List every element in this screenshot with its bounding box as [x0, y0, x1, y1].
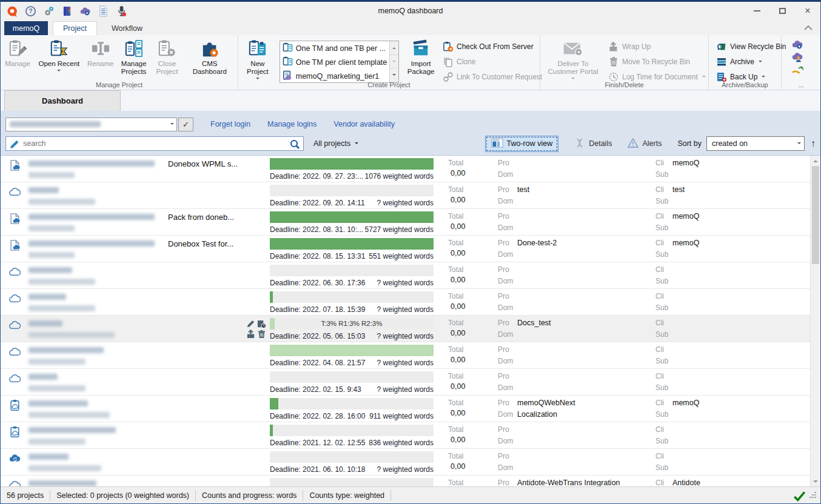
project-row[interactable]: T:3% R1:3% R2:3% Deadline: 2022. 05. 06.…	[1, 316, 810, 342]
server-administrator-icon[interactable]	[79, 5, 91, 17]
total-value: 0,00	[451, 329, 492, 337]
server-selector[interactable]	[5, 118, 177, 131]
row-hover-actions	[242, 156, 270, 182]
server-settings-icon[interactable]	[791, 39, 803, 50]
row-hover-actions	[242, 182, 270, 208]
project-description: Donebox WPML s...	[168, 156, 242, 182]
tab-memoq[interactable]: memoQ	[4, 21, 48, 35]
two-row-view-toggle[interactable]: Two-row view	[485, 136, 559, 152]
resources-icon[interactable]	[61, 5, 73, 17]
project-row[interactable]: Deadline: 2022. 04. 08. 21:57? weighted …	[1, 342, 810, 369]
deadline-text: Deadline: 2022. 02. 28. 16:00	[270, 412, 365, 420]
project-label: Pro	[498, 452, 517, 460]
wrapup-icon[interactable]	[246, 330, 255, 339]
search-input[interactable]	[23, 139, 286, 148]
new-project-button[interactable]: New Project	[240, 37, 276, 83]
total-label: Total	[448, 185, 492, 194]
manage-users-icon[interactable]	[791, 52, 803, 62]
scroll-up-icon[interactable]	[390, 41, 398, 55]
tab-dashboard[interactable]: Dashboard	[4, 90, 121, 111]
tab-project[interactable]: Project	[53, 21, 97, 35]
cms-dashboard-button[interactable]: CMS Dashboard	[183, 37, 237, 78]
close-project-icon	[156, 39, 178, 58]
client-value: test	[672, 185, 685, 194]
search-icon[interactable]	[289, 139, 300, 150]
template-item[interactable]: One TM and one TB per ...	[280, 41, 390, 55]
progress-bar	[270, 371, 434, 383]
total-label: Total	[448, 292, 492, 300]
delete-icon[interactable]	[257, 330, 266, 339]
help-icon[interactable]: ?	[25, 5, 36, 17]
document-icon[interactable]	[98, 5, 109, 17]
template-item[interactable]: One TM per client template	[280, 55, 390, 69]
scroll-up-icon[interactable]	[811, 156, 820, 165]
project-row[interactable]: Deadline: 2021. 06. 10. 10:18? weighted …	[1, 449, 810, 476]
details-button[interactable]: Details	[574, 138, 612, 150]
open-recent-button[interactable]: Open Recent	[33, 37, 85, 75]
project-list: Donebox WPML s... Deadline: 2022. 09. 27…	[1, 155, 820, 486]
group-label: Manage Project	[1, 81, 238, 90]
deadline-text: Deadline: 2022. 02. 15. 9:43	[270, 385, 361, 394]
collapse-ribbon-icon[interactable]	[803, 24, 813, 33]
project-row[interactable]: Deadline: 2021. 12. 02. 12:55836 weighte…	[1, 422, 810, 449]
minimize-button[interactable]	[744, 2, 769, 20]
tab-workflow[interactable]: Workflow	[102, 21, 152, 35]
forget-login-link[interactable]: Forget login	[210, 120, 250, 128]
import-package-button[interactable]: Import Package	[403, 37, 439, 78]
project-row[interactable]: Total0,00 ProAntidote-WebTrans Integrati…	[1, 476, 810, 486]
subject-label: Sub	[655, 250, 672, 259]
check-out-from-server-button[interactable]: Check Out From Server	[439, 40, 538, 53]
project-row[interactable]: Deadline: 2022. 09. 20. 14:11? weighted …	[1, 182, 810, 209]
project-filter-dropdown[interactable]: All projects	[313, 139, 358, 148]
view-recycle-bin-button[interactable]: View Recycle Bin	[712, 40, 782, 53]
project-template-list[interactable]: One TM and one TB per ... One TM per cli…	[280, 41, 400, 83]
sort-direction-button[interactable]: ↑	[811, 139, 816, 148]
client-label: Cli	[655, 425, 672, 434]
project-row[interactable]: Donebox WPML s... Deadline: 2022. 09. 27…	[1, 156, 810, 182]
total-label: Total	[448, 372, 492, 380]
scrollbar-thumb[interactable]	[812, 166, 819, 264]
project-value: memoQWebNext	[517, 399, 575, 407]
close-button[interactable]: ×	[795, 2, 820, 20]
doc-cloud-icon	[8, 239, 21, 251]
connect-server-button[interactable]: ✓	[178, 118, 193, 131]
manage-projects-button[interactable]: Manage Projects	[116, 37, 152, 78]
vendor-availability-link[interactable]: Vendor availability	[333, 120, 395, 128]
manage-logins-link[interactable]: Manage logins	[267, 120, 317, 128]
edit-icon[interactable]	[246, 319, 255, 328]
subject-label: Sub	[655, 357, 672, 365]
memoq-logo-icon[interactable]	[7, 5, 18, 17]
deadline-text: Deadline: 2022. 05. 06. 15:03	[270, 332, 365, 340]
scroll-more-icon[interactable]	[390, 68, 398, 82]
template-list-scrollbar[interactable]	[389, 41, 398, 82]
search-box[interactable]	[5, 136, 304, 151]
project-row[interactable]: Donebox Test for... Deadline: 2022. 08. …	[1, 236, 810, 262]
project-row[interactable]: Deadline: 2022. 06. 30. 17:36? weighted …	[1, 262, 810, 289]
scroll-down-icon[interactable]	[811, 477, 820, 486]
project-row[interactable]: Deadline: 2022. 02. 15. 9:43? weighted w…	[1, 369, 810, 396]
group-label: Finish/Delete	[540, 81, 708, 90]
project-row[interactable]: Pack from doneb... Deadline: 2022. 08. 3…	[1, 209, 810, 236]
project-row[interactable]: Deadline: 2022. 07. 18. 15:39? weighted …	[1, 289, 810, 316]
vertical-scrollbar[interactable]	[810, 156, 820, 486]
group-manage-project: Manage Open Recent Rename Manage Project…	[1, 35, 238, 90]
sort-select[interactable]: created on	[706, 136, 805, 151]
group-archive-backup: View Recycle Bin Archive Back Up Archive…	[709, 35, 782, 90]
deliver-icon	[560, 39, 586, 58]
resize-grip[interactable]	[809, 492, 818, 500]
client-label: Cli	[655, 372, 672, 380]
alerts-button[interactable]: Alerts	[628, 138, 662, 150]
project-name-redacted	[28, 369, 168, 395]
scroll-down-icon[interactable]	[390, 55, 398, 69]
archive-button[interactable]: Archive	[712, 55, 782, 68]
dictation-icon[interactable]	[116, 5, 127, 17]
group-label: ...	[782, 81, 820, 90]
subject-label: Sub	[655, 277, 672, 285]
project-name-redacted	[28, 209, 168, 235]
share-icon[interactable]	[791, 65, 803, 75]
schedule-icon[interactable]	[257, 319, 266, 328]
options-icon[interactable]	[43, 5, 55, 17]
project-row[interactable]: Deadline: 2022. 02. 28. 16:00911 weighte…	[1, 396, 810, 422]
maximize-button[interactable]	[769, 2, 795, 20]
template-item[interactable]: memoQ_marketing_tier1	[280, 69, 390, 82]
